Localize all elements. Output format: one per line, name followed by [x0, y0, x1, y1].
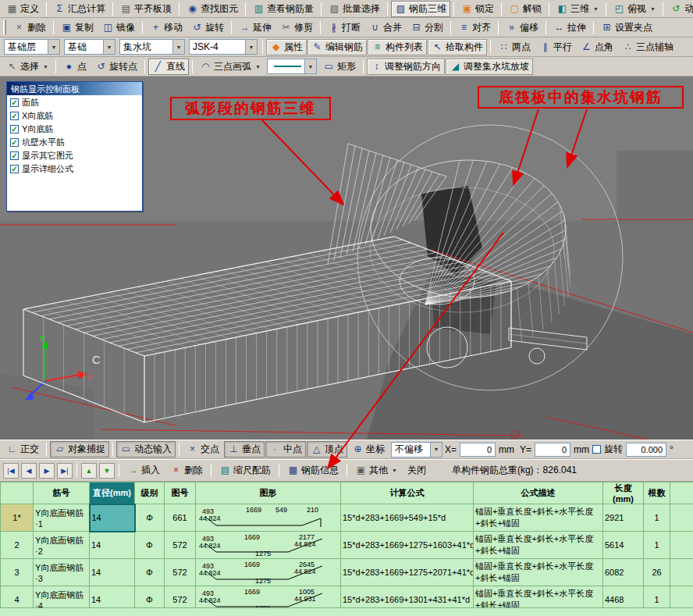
move-row-down-button[interactable]: ▼ — [99, 463, 115, 479]
btn-delete[interactable]: ×删除 — [9, 20, 50, 36]
cell-desc[interactable]: 锚固+垂直长度+斜长+水平长度+斜长+锚固 — [474, 532, 603, 559]
line-style-select[interactable]: ▼ — [267, 59, 317, 74]
cell-num[interactable]: 1* — [1, 504, 34, 532]
btn-rebar-3d[interactable]: ▧钢筋三维 — [391, 1, 450, 17]
btn-parallel[interactable]: ∥平行 — [535, 39, 576, 55]
col-header[interactable]: 级别 — [135, 482, 165, 504]
cell-shape[interactable]: 49344.824 1669549 210 — [196, 504, 341, 532]
btn-scaled-rebar[interactable]: ▤缩尺配筋 — [215, 461, 275, 479]
table-row[interactable]: 3 Y向底面钢筋·3 14 Φ 572 49344.824 16691275 2… — [1, 559, 693, 586]
col-header[interactable]: 图形 — [196, 482, 341, 504]
btn-stretch[interactable]: ↔拉伸 — [549, 20, 590, 36]
cell-formula[interactable]: 15*d+283+1669+549+15*d — [341, 504, 474, 532]
cell-grade[interactable]: Φ — [135, 532, 165, 559]
btn-unlock[interactable]: ▢解锁 — [505, 1, 546, 17]
col-header[interactable]: 根数 — [644, 482, 670, 504]
cell-shape[interactable]: 49344.824 16691275 217744.824 — [196, 532, 341, 559]
checkbox-top-rebar[interactable]: ✓面筋 — [7, 95, 142, 109]
btn-trim[interactable]: ✂修剪 — [276, 20, 317, 36]
col-header[interactable]: 筋号 — [34, 482, 90, 504]
cell-shape[interactable]: 49344.824 16691275 264544.824 — [196, 559, 341, 586]
component-name-select[interactable]: JSK-4▼ — [189, 39, 258, 55]
btn-batch-select[interactable]: ▨批量选择 — [325, 1, 384, 17]
btn-object-snap[interactable]: ▱对象捕捉 — [50, 441, 109, 458]
cell-length[interactable]: 5614 — [603, 532, 644, 559]
cell-figno[interactable]: 572 — [165, 532, 196, 559]
cell-extra[interactable] — [670, 532, 693, 559]
btn-adjust-sump-slope[interactable]: ◢调整集水坑放坡 — [446, 59, 533, 75]
y-coord-input[interactable]: 0 — [535, 443, 570, 457]
cell-length[interactable]: 6082 — [603, 559, 644, 586]
btn-define[interactable]: ▦定义 — [2, 1, 43, 17]
checkbox-pit-wall-rebar[interactable]: ✓坑壁水平筋 — [7, 135, 142, 148]
btn-point[interactable]: ●点 — [59, 59, 91, 75]
checkbox-icon[interactable]: ✓ — [10, 151, 19, 160]
btn-mirror[interactable]: ◫镜像 — [98, 20, 139, 36]
btn-line[interactable]: ╱直线 — [148, 59, 189, 75]
cell-grade[interactable]: Φ — [135, 559, 165, 586]
btn-find-element[interactable]: ◉查找图元 — [183, 1, 242, 17]
cell-dia[interactable]: 14 — [90, 559, 135, 586]
btn-move[interactable]: +移动 — [146, 20, 187, 36]
prev-record-button[interactable]: ◀ — [21, 463, 37, 479]
offset-mode-select[interactable]: 不偏移▼ — [391, 442, 442, 458]
move-row-up-button[interactable]: ▲ — [81, 463, 97, 479]
cell-formula[interactable]: 15*d+283+1669+1275+1603+41*d — [341, 532, 474, 559]
cell-dia[interactable]: 14 — [90, 532, 135, 559]
btn-component-list[interactable]: ≡构件列表 — [368, 39, 427, 55]
col-header[interactable]: 长度(mm) — [603, 482, 644, 504]
btn-properties[interactable]: ◆属性 — [266, 39, 307, 55]
rotate-checkbox[interactable] — [592, 445, 601, 454]
btn-copy[interactable]: ▣复制 — [57, 20, 98, 36]
btn-snap-midpoint[interactable]: ∙中点 — [265, 441, 306, 458]
btn-select-mode[interactable]: ↖选择▼ — [2, 59, 52, 75]
last-record-button[interactable]: ▶| — [57, 463, 73, 479]
btn-3d-view[interactable]: ◧三维▼ — [553, 1, 602, 17]
btn-rotate[interactable]: ↺旋转 — [187, 20, 228, 36]
btn-offset[interactable]: »偏移 — [502, 20, 542, 36]
btn-align[interactable]: ≡对齐 — [454, 20, 495, 36]
col-header[interactable]: 图号 — [165, 482, 196, 504]
btn-break[interactable]: ∦打断 — [324, 20, 364, 36]
checkbox-x-bottom-rebar[interactable]: ✓X向底筋 — [7, 109, 142, 122]
cell-count[interactable]: 1 — [644, 504, 670, 532]
btn-snap-coordinate[interactable]: ⊕坐标 — [348, 441, 389, 458]
next-record-button[interactable]: ▶ — [39, 463, 55, 479]
cell-name[interactable]: Y向底面钢筋·1 — [34, 504, 90, 532]
btn-point-angle[interactable]: ∠点角 — [577, 39, 617, 55]
btn-pick-component[interactable]: ↖拾取构件 — [428, 39, 487, 55]
btn-dynamic-input[interactable]: ▭动态输入 — [116, 441, 176, 458]
floor-select[interactable]: 基础层▼ — [4, 39, 60, 55]
btn-rectangle[interactable]: ▭矩形 — [319, 59, 360, 75]
btn-orbit[interactable]: ↺动态观察 — [666, 1, 693, 17]
btn-align-slab-top[interactable]: ▤平齐板顶 — [116, 1, 176, 17]
btn-snap-vertex[interactable]: △顶点 — [307, 441, 347, 458]
table-row[interactable]: 1* Y向底面钢筋·1 14 Φ 661 49344.824 1669549 2… — [1, 504, 693, 532]
checkbox-icon[interactable]: ✓ — [10, 138, 19, 147]
checkbox-icon[interactable]: ✓ — [10, 112, 19, 120]
cell-name[interactable]: Y向底面钢筋·2 — [34, 532, 90, 559]
btn-close[interactable]: 关闭 — [403, 461, 431, 479]
cell-count[interactable]: 26 — [644, 559, 670, 586]
element-type-select[interactable]: 基础▼ — [64, 39, 116, 55]
cell-dia[interactable]: 14 — [90, 504, 135, 532]
btn-edit-rebar[interactable]: ✎编辑钢筋 — [307, 39, 367, 55]
btn-other[interactable]: ▣其他▼ — [350, 461, 402, 479]
toolbar-grip[interactable] — [3, 20, 6, 34]
btn-adjust-rebar-direction[interactable]: ↕调整钢筋方向 — [367, 59, 445, 75]
btn-ortho[interactable]: ∟正交 — [2, 441, 43, 458]
btn-insert-row[interactable]: →插入 — [123, 461, 165, 479]
btn-three-point-aux-axis[interactable]: ∴三点辅轴 — [618, 39, 677, 55]
x-coord-input[interactable]: 0 — [460, 443, 496, 457]
checkbox-y-bottom-rebar[interactable]: ✓Y向底筋 — [7, 122, 142, 135]
btn-split[interactable]: ⊟分割 — [407, 20, 447, 36]
cell-extra[interactable] — [670, 559, 693, 586]
cell-desc[interactable]: 锚固+垂直长度+斜长+水平长度+斜长+锚固 — [474, 559, 603, 586]
checkbox-show-detail-formula[interactable]: ✓显示详细公式 — [7, 162, 142, 175]
btn-extend[interactable]: →延伸 — [235, 20, 275, 36]
btn-merge[interactable]: ∪合并 — [365, 20, 406, 36]
first-record-button[interactable]: |◀ — [3, 463, 19, 479]
checkbox-icon[interactable]: ✓ — [10, 98, 19, 107]
checkbox-icon[interactable]: ✓ — [10, 165, 19, 173]
cell-grade[interactable]: Φ — [135, 504, 165, 532]
